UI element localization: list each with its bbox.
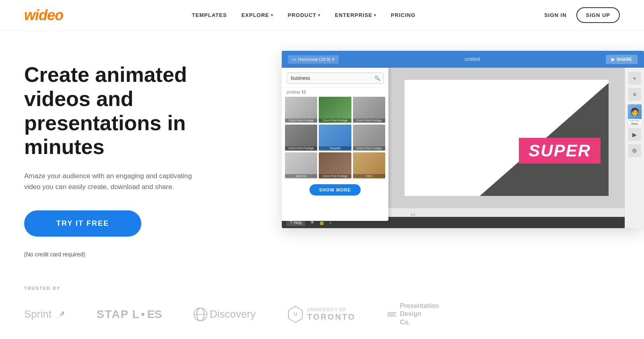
- nav-product[interactable]: PRODUCT ▾: [288, 12, 320, 18]
- super-text: SUPER: [519, 138, 601, 164]
- sign-in-button[interactable]: SIGN IN: [544, 12, 566, 18]
- question-icon: ?: [290, 220, 292, 225]
- pixabay-icon: 🎞: [302, 90, 306, 94]
- toronto-name: TORONTO: [307, 312, 355, 322]
- orientation-selector[interactable]: ▭ Horizontal (16:9) ▾: [288, 55, 339, 64]
- media-image[interactable]: Covrs-Free-Footage: [285, 97, 317, 123]
- sprint-logo: Sprint: [24, 308, 64, 321]
- image-label: warroom: [285, 174, 317, 178]
- canvas[interactable]: SUPER: [405, 80, 609, 196]
- main-content: Create animated videos and presentations…: [0, 31, 644, 274]
- show-more-button[interactable]: SHOW MORE: [310, 184, 361, 195]
- media-image[interactable]: tmmi: [353, 152, 385, 179]
- nav-actions: SIGN IN SIGN UP: [544, 7, 620, 23]
- media-image[interactable]: Covrs-Free-Footage: [285, 125, 317, 151]
- media-image[interactable]: Covrs-Free-Footage: [319, 152, 351, 179]
- media-search-modal: ✕ 🔍 pixabay 🎞 Covrs-Free-Footage: [282, 68, 388, 221]
- hero-description: Amaze your audience with an engaging and…: [24, 171, 209, 192]
- nav-pricing[interactable]: PRICING: [391, 12, 415, 18]
- image-label: Covrs-Free-Footage: [353, 119, 385, 122]
- chevron-down-icon: ▾: [271, 13, 273, 17]
- app-topbar-left: ▭ Horizontal (16:9) ▾: [288, 55, 339, 64]
- timeline-marker: 3.5: [411, 213, 415, 216]
- transition-value: None: [628, 122, 642, 125]
- svg-text:U: U: [294, 312, 297, 317]
- sign-up-button[interactable]: SIGN UP: [576, 7, 620, 23]
- hero-section: Create animated videos and presentations…: [24, 55, 233, 258]
- trusted-label: TRUSTED BY: [24, 286, 620, 291]
- share-button[interactable]: ▶ SHARE: [606, 55, 638, 64]
- app-topbar: ▭ Horizontal (16:9) ▾ untitled ▶ SHARE: [282, 51, 644, 68]
- toronto-text: UNIVERSITY OF TORONTO: [307, 307, 355, 322]
- hero-title: Create animated videos and presentations…: [24, 63, 233, 159]
- image-label: Covrs-Free-Footage: [353, 146, 385, 150]
- video-icon[interactable]: ▶: [628, 128, 641, 141]
- add-button[interactable]: +: [628, 72, 641, 85]
- media-image[interactable]: Covrs-Free-Footage: [353, 97, 385, 123]
- no-credit-text: (No credit card required): [24, 251, 233, 258]
- media-image[interactable]: Template: [319, 125, 351, 151]
- character-avatar: 🧑: [628, 104, 642, 119]
- image-label: Covrs-Free-Footage: [319, 174, 351, 178]
- presentation-logo: PresentationDesignCo.: [388, 302, 439, 327]
- main-nav: TEMPLATES EXPLORE ▾ PRODUCT ▾ ENTERPRISE…: [192, 12, 415, 18]
- media-image[interactable]: Covrs-Free-Footage: [319, 97, 351, 123]
- image-label: tmmi: [353, 174, 385, 178]
- nav-explore[interactable]: EXPLORE ▾: [242, 12, 273, 18]
- sprint-wing-icon: [53, 308, 64, 321]
- search-bar: 🔍: [282, 68, 388, 87]
- presentation-text: PresentationDesignCo.: [400, 302, 439, 327]
- toronto-crest-icon: U: [288, 306, 303, 323]
- university-of: UNIVERSITY OF: [307, 307, 355, 312]
- search-wrapper: 🔍: [287, 73, 384, 84]
- try-free-button[interactable]: TRY IT FREE: [24, 210, 141, 237]
- sprint-text: Sprint: [24, 308, 52, 320]
- character-card[interactable]: 🧑 Transition None: [627, 104, 642, 125]
- discovery-globe-svg: [194, 308, 207, 321]
- image-label: Covrs-Free-Footage: [285, 119, 317, 122]
- pixabay-label: pixabay 🎞: [282, 87, 388, 97]
- staples-text: STAP: [97, 308, 129, 321]
- image-label: Covrs-Free-Footage: [319, 119, 351, 122]
- canvas-area: SUPER: [388, 68, 625, 208]
- nav-templates[interactable]: TEMPLATES: [192, 12, 227, 18]
- app-preview: ▭ Horizontal (16:9) ▾ untitled ▶ SHARE ✕: [233, 51, 620, 232]
- chevron-down-icon: ▾: [318, 13, 320, 17]
- transition-label: Transition: [628, 119, 642, 122]
- staples-logo: STAP L ES: [97, 308, 161, 321]
- chevron-down-icon: ▾: [374, 13, 376, 17]
- discovery-logo: Discovery: [194, 308, 256, 321]
- share-icon: ▶: [611, 57, 615, 62]
- header: wideo TEMPLATES EXPLORE ▾ PRODUCT ▾ ENTE…: [0, 0, 644, 31]
- settings-icon[interactable]: ⚙: [628, 144, 641, 157]
- discovery-text: Discovery: [210, 308, 256, 320]
- media-image[interactable]: Covrs-Free-Footage: [353, 125, 385, 151]
- presentation-lines-icon: [388, 312, 396, 316]
- discovery-globe-icon: [194, 308, 207, 321]
- layers-icon[interactable]: ≡: [628, 88, 641, 101]
- logo[interactable]: wideo: [24, 8, 63, 23]
- media-search-input[interactable]: [287, 73, 384, 84]
- image-label: Template: [319, 146, 351, 150]
- nav-enterprise[interactable]: ENTERPRISE ▾: [335, 12, 376, 18]
- trusted-section: TRUSTED BY Sprint STAP L ES: [0, 274, 644, 339]
- media-image[interactable]: warroom: [285, 152, 317, 179]
- app-title[interactable]: untitled: [464, 56, 480, 62]
- app-right-sidebar: + ≡ 🧑 Transition None ▶ ⚙: [625, 68, 644, 228]
- image-label: Covrs-Free-Footage: [285, 146, 317, 150]
- chevron-down-icon: ▾: [332, 57, 334, 62]
- trusted-logos: Sprint STAP L ES Dis: [24, 302, 620, 327]
- show-more-section: SHOW MORE: [282, 179, 388, 201]
- image-grid: Covrs-Free-Footage Covrs-Free-Footage Co…: [282, 97, 388, 179]
- app-screenshot: ▭ Horizontal (16:9) ▾ untitled ▶ SHARE ✕: [282, 51, 644, 228]
- search-icon: 🔍: [374, 75, 380, 81]
- staples-l: L ES: [132, 308, 162, 321]
- toronto-logo: U UNIVERSITY OF TORONTO: [288, 306, 355, 323]
- monitor-icon: ▭: [292, 57, 296, 62]
